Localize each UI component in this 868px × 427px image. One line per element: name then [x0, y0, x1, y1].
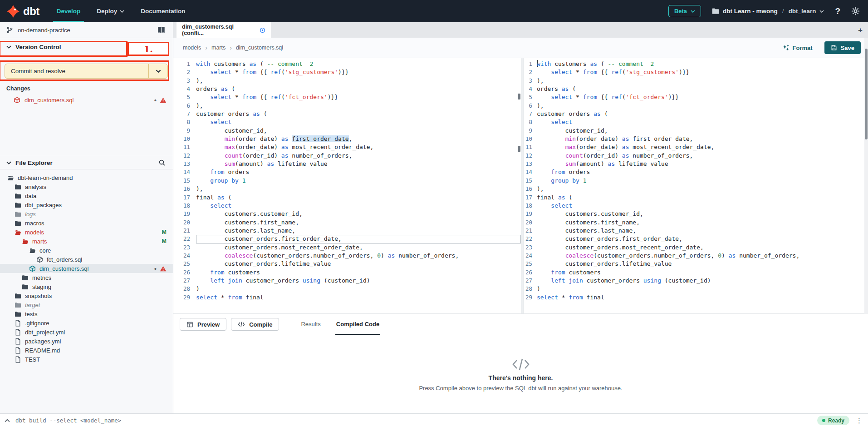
code-line-29[interactable]: select * from final — [537, 293, 868, 302]
tree-item-dbt-project-yml[interactable]: dbt_project.yml — [0, 328, 173, 337]
code-line-4[interactable]: orders as ( — [196, 85, 521, 93]
code-line-25[interactable]: customer_orders.lifetime_value — [196, 260, 521, 268]
file-explorer-header[interactable]: File Explorer — [0, 156, 173, 169]
code-line-2[interactable]: select * from {{ ref('stg_customers')}} — [196, 68, 521, 76]
dbt-logo[interactable]: dbt — [6, 5, 39, 18]
pane-splitter[interactable] — [521, 58, 524, 313]
help-icon[interactable]: ? — [835, 6, 840, 16]
code-line-23[interactable]: customer_orders.most_recent_order_date, — [196, 243, 521, 252]
tree-item-metrics[interactable]: metrics — [0, 273, 173, 282]
changed-file-row[interactable]: dim_customers.sql • — [0, 95, 173, 105]
tree-item-logs[interactable]: logs — [0, 209, 173, 218]
code-line-9[interactable]: customer_id, — [537, 127, 868, 135]
code-line-8[interactable]: select — [537, 118, 868, 126]
tree-item-fct-orders-sql[interactable]: fct_orders.sql — [0, 255, 173, 264]
code-line-19[interactable]: customers.customer_id, — [537, 210, 868, 218]
code-line-14[interactable]: from orders — [537, 168, 868, 176]
tree-item-dim-customers-sql[interactable]: dim_customers.sql• — [0, 264, 173, 273]
commit-options-chevron[interactable] — [148, 64, 167, 78]
code-line-28[interactable]: ) — [537, 285, 868, 293]
tab-dim-customers[interactable]: dim_customers.sql (confli... — [177, 22, 271, 38]
code-line-26[interactable]: from customers — [537, 268, 868, 277]
project-selector[interactable]: dbt Learn - mwong / dbt_learn — [712, 8, 824, 15]
gear-icon[interactable] — [851, 7, 860, 15]
code-line-19[interactable]: customers.customer_id, — [196, 210, 521, 218]
tree-item-models[interactable]: modelsM — [0, 228, 173, 237]
new-tab-button[interactable]: + — [858, 26, 863, 34]
save-button[interactable]: Save — [824, 41, 861, 54]
tree-item-macros[interactable]: macros — [0, 218, 173, 228]
tree-item-snapshots[interactable]: snapshots — [0, 291, 173, 300]
search-icon[interactable] — [158, 159, 166, 166]
tree-item-packages-yml[interactable]: packages.yml — [0, 337, 173, 346]
code-line-18[interactable]: select — [196, 202, 521, 210]
code-line-26[interactable]: from customers — [196, 268, 521, 277]
tree-item--gitignore[interactable]: .gitignore — [0, 318, 173, 328]
tree-item-core[interactable]: core — [0, 246, 173, 255]
tree-item-test[interactable]: TEST — [0, 355, 173, 364]
code-line-6[interactable]: ), — [537, 102, 868, 110]
code-line-14[interactable]: from orders — [196, 168, 521, 176]
code-line-15[interactable]: group by 1 — [537, 177, 868, 185]
code-line-23[interactable]: customer_orders.most_recent_order_date, — [537, 243, 868, 252]
code-line-4[interactable]: orders as ( — [537, 85, 868, 93]
nav-item-documentation[interactable]: Documentation — [141, 0, 185, 22]
code-line-9[interactable]: customer_id, — [196, 127, 521, 135]
code-line-25[interactable]: customer_orders.lifetime_value — [537, 260, 868, 268]
code-line-10[interactable]: min(order_date) as first_order_date, — [537, 135, 868, 143]
code-line-27[interactable]: left join customer_orders using (custome… — [537, 277, 868, 285]
version-control-header[interactable]: Version Control — [0, 38, 173, 55]
code-line-17[interactable]: final as ( — [196, 194, 521, 202]
nav-item-deploy[interactable]: Deploy — [97, 0, 124, 22]
breadcrumb-marts[interactable]: marts — [211, 45, 226, 51]
compile-button[interactable]: Compile — [231, 318, 279, 331]
code-line-7[interactable]: customer_orders as ( — [196, 110, 521, 118]
tree-item-dbt-learn-on-demand[interactable]: dbt-learn-on-demand — [0, 173, 173, 182]
code-line-18[interactable]: select — [537, 202, 868, 210]
breadcrumb-file[interactable]: dim_customers.sql — [236, 45, 283, 51]
code-line-24[interactable]: coalesce(customer_orders.number_of_order… — [196, 252, 521, 260]
code-line-20[interactable]: customers.first_name, — [196, 218, 521, 227]
tree-item-readme-md[interactable]: README.md — [0, 346, 173, 355]
code-line-20[interactable]: customers.first_name, — [537, 218, 868, 227]
code-line-21[interactable]: customers.last_name, — [537, 227, 868, 235]
tree-item-dbt-packages[interactable]: dbt_packages — [0, 200, 173, 209]
scrollbar-thumb[interactable] — [865, 49, 868, 139]
code-line-15[interactable]: group by 1 — [196, 177, 521, 185]
code-line-3[interactable]: ), — [537, 77, 868, 85]
code-line-22[interactable]: customer_orders.first_order_date, — [537, 235, 868, 243]
code-line-2[interactable]: select * from {{ ref('stg_customers')}} — [537, 68, 868, 76]
code-line-27[interactable]: left join customer_orders using (custome… — [196, 277, 521, 285]
code-line-5[interactable]: select * from {{ ref('fct_orders')}} — [537, 93, 868, 101]
command-input[interactable]: dbt build --select <model_name> — [15, 417, 812, 424]
code-line-3[interactable]: ), — [196, 77, 521, 85]
breadcrumb-models[interactable]: models — [183, 45, 201, 51]
kebab-menu-icon[interactable]: ⋮ — [855, 417, 863, 425]
branch-row[interactable]: on-demand-practice — [0, 22, 173, 38]
commit-and-resolve-button[interactable]: Commit and resolve — [5, 64, 168, 79]
code-line-6[interactable]: ), — [196, 102, 521, 110]
tree-item-marts[interactable]: martsM — [0, 237, 173, 246]
tree-item-data[interactable]: data — [0, 191, 173, 200]
code-line-22[interactable]: customer_orders.first_order_date, — [196, 235, 521, 243]
code-line-13[interactable]: sum(amount) as lifetime_value — [537, 160, 868, 168]
tree-item-staging[interactable]: staging — [0, 282, 173, 291]
tab-results[interactable]: Results — [300, 314, 321, 335]
code-line-5[interactable]: select * from {{ ref('fct_orders')}} — [196, 93, 521, 101]
code-line-11[interactable]: max(order_date) as most_recent_order_dat… — [196, 143, 521, 151]
tree-item-target[interactable]: target — [0, 300, 173, 309]
chevron-up-icon[interactable] — [5, 419, 10, 422]
beta-button[interactable]: Beta — [668, 5, 701, 17]
format-button[interactable]: Format — [780, 44, 815, 52]
code-line-7[interactable]: customer_orders as ( — [537, 110, 868, 118]
code-line-10[interactable]: min(order_date) as first_order_date, — [196, 135, 521, 143]
code-line-24[interactable]: coalesce(customer_orders.number_of_order… — [537, 252, 868, 260]
code-line-8[interactable]: select — [196, 118, 521, 126]
code-line-1[interactable]: with customers as ( -- comment 2 — [537, 60, 868, 68]
code-line-16[interactable]: ), — [196, 185, 521, 193]
code-line-29[interactable]: select * from final — [196, 293, 521, 302]
nav-item-develop[interactable]: Develop — [57, 0, 81, 22]
code-line-28[interactable]: ) — [196, 285, 521, 293]
code-line-12[interactable]: count(order_id) as number_of_orders, — [537, 152, 868, 160]
preview-button[interactable]: Preview — [180, 318, 226, 331]
